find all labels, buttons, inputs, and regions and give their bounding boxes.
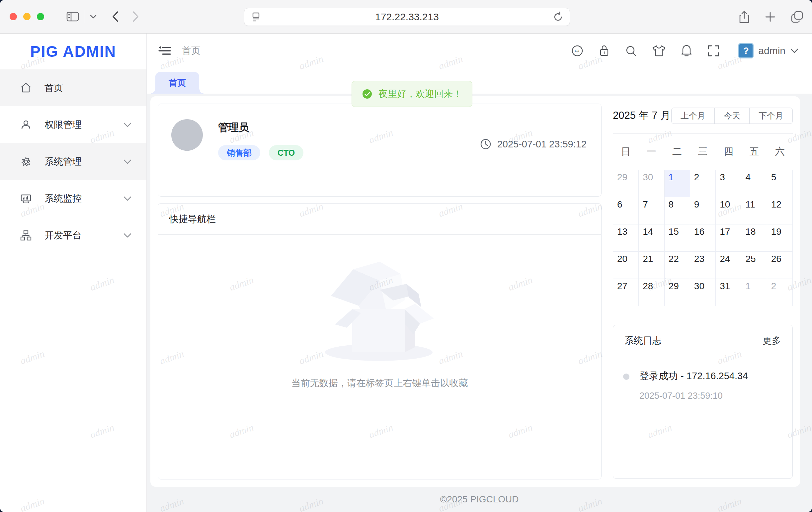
- system-log-title: 系统日志: [625, 334, 662, 347]
- new-tab-button[interactable]: [765, 11, 776, 22]
- lock-icon[interactable]: [598, 44, 610, 57]
- weekday-label: 一: [638, 145, 664, 159]
- empty-box-illustration: [322, 253, 438, 363]
- welcome-toast: 夜里好，欢迎回来！: [352, 81, 472, 107]
- address-bar[interactable]: 172.22.33.213: [244, 8, 570, 26]
- calendar-day-cell[interactable]: 17: [716, 224, 741, 252]
- calendar-day-cell[interactable]: 9: [690, 197, 716, 224]
- sidebar-menu-item[interactable]: 开发平台: [0, 217, 146, 254]
- language-icon[interactable]: 中: [571, 45, 584, 57]
- calendar-day-cell[interactable]: 24: [716, 252, 741, 279]
- menu-item-icon: [20, 82, 32, 94]
- menu-item-icon: [20, 156, 32, 168]
- back-button[interactable]: [112, 11, 119, 23]
- calendar-day-cell[interactable]: 31: [716, 279, 741, 306]
- copyright-footer: ©2025 PIGCLOUD: [147, 487, 812, 512]
- sidebar-menu-item[interactable]: 首页: [0, 69, 146, 106]
- calendar-day-cell[interactable]: 1: [665, 170, 690, 197]
- weekday-label: 二: [664, 145, 690, 159]
- log-dot-icon: [623, 373, 630, 380]
- profile-avatar: [171, 119, 203, 151]
- calendar-day-cell[interactable]: 11: [741, 197, 767, 224]
- calendar-day-cell[interactable]: 29: [665, 279, 690, 306]
- browser-sidebar-toggle[interactable]: [66, 11, 79, 22]
- chevron-down-icon: [123, 196, 132, 201]
- calendar-day-cell[interactable]: 13: [613, 224, 639, 252]
- calendar-day-cell[interactable]: 20: [613, 252, 639, 279]
- share-button[interactable]: [739, 10, 750, 24]
- calendar-day-cell[interactable]: 3: [716, 170, 741, 197]
- main-panel: 管理员 销售部 CTO 2025-07-01 23:59:12: [150, 96, 800, 487]
- calendar-day-cell[interactable]: 28: [639, 279, 664, 306]
- calendar-grid: 29 30 1 2 3 4: [613, 170, 793, 306]
- close-window-button[interactable]: [10, 13, 17, 20]
- calendar-day-cell[interactable]: 2: [767, 279, 793, 306]
- more-link[interactable]: 更多: [762, 334, 781, 347]
- calendar-day-cell[interactable]: 26: [767, 252, 793, 279]
- calendar-day-cell[interactable]: 19: [767, 224, 793, 252]
- profile-card: 管理员 销售部 CTO 2025-07-01 23:59:12: [158, 104, 602, 197]
- calendar-day-cell[interactable]: 27: [613, 279, 639, 306]
- url-text[interactable]: 172.22.33.213: [262, 11, 552, 23]
- calendar-day-cell[interactable]: 8: [665, 197, 690, 224]
- main-area: 首页 中: [147, 33, 812, 512]
- chevron-down-icon: [123, 233, 132, 238]
- bell-icon[interactable]: [680, 44, 693, 57]
- calendar-day-cell[interactable]: 4: [741, 170, 767, 197]
- menu-item-icon: [20, 229, 32, 241]
- username: admin: [758, 45, 785, 56]
- breadcrumb: 首页: [182, 45, 201, 57]
- calendar-day-cell[interactable]: 6: [613, 197, 639, 224]
- menu-item-label: 首页: [45, 82, 132, 94]
- calendar-day-cell[interactable]: 23: [690, 252, 716, 279]
- tab-overview-button[interactable]: [791, 11, 803, 23]
- app-root: PIG ADMIN 首页: [0, 33, 812, 512]
- zoom-window-button[interactable]: [37, 13, 44, 20]
- calendar-title: 2025 年 7 月: [613, 109, 671, 122]
- sidebar-menu-item[interactable]: 权限管理: [0, 106, 146, 143]
- reader-view-icon[interactable]: [250, 11, 262, 23]
- fullscreen-icon[interactable]: [707, 45, 720, 57]
- calendar-day-cell[interactable]: 2: [690, 170, 716, 197]
- next-month-button[interactable]: 下个月: [749, 108, 793, 124]
- calendar-day-cell[interactable]: 29: [613, 170, 639, 197]
- menu-item-label: 系统监控: [45, 192, 123, 205]
- calendar-day-cell[interactable]: 10: [716, 197, 741, 224]
- sidebar-menu-item[interactable]: 系统监控: [0, 180, 146, 217]
- prev-month-button[interactable]: 上个月: [671, 108, 715, 124]
- user-menu[interactable]: ? admin: [738, 43, 799, 58]
- department-tag: 销售部: [218, 145, 260, 160]
- calendar-day-cell[interactable]: 16: [690, 224, 716, 252]
- log-text: 登录成功 - 172.16.254.34: [639, 370, 748, 383]
- search-icon[interactable]: [625, 45, 637, 57]
- calendar-day-cell[interactable]: 5: [767, 170, 793, 197]
- empty-state-text: 当前无数据，请在标签页上右键单击以收藏: [291, 377, 468, 390]
- minimize-window-button[interactable]: [23, 13, 31, 20]
- calendar-day-cell[interactable]: 15: [665, 224, 690, 252]
- calendar-day-cell[interactable]: 22: [665, 252, 690, 279]
- calendar-day-cell[interactable]: 25: [741, 252, 767, 279]
- sidebar-dropdown-chevron[interactable]: [90, 14, 97, 19]
- forward-button[interactable]: [132, 11, 139, 23]
- weekday-row: 日一二三四五六: [613, 134, 793, 170]
- today-button[interactable]: 今天: [715, 108, 750, 124]
- clock-icon: [480, 139, 491, 150]
- tab-home[interactable]: 首页: [155, 72, 199, 94]
- calendar-day-cell[interactable]: 1: [741, 279, 767, 306]
- top-navbar: 首页 中: [147, 33, 812, 68]
- sidebar-menu-item[interactable]: 系统管理: [0, 143, 146, 180]
- collapse-sidebar-button[interactable]: [158, 45, 171, 56]
- calendar-day-cell[interactable]: 18: [741, 224, 767, 252]
- calendar-day-cell[interactable]: 30: [639, 170, 664, 197]
- calendar-day-cell[interactable]: 7: [639, 197, 664, 224]
- calendar-day-cell[interactable]: 30: [690, 279, 716, 306]
- theme-icon[interactable]: [652, 45, 666, 57]
- reload-icon[interactable]: [552, 11, 564, 23]
- menu-item-icon: [20, 119, 32, 131]
- chevron-down-icon: [123, 159, 132, 164]
- calendar-header: 2025 年 7 月 上个月 今天 下个月: [613, 104, 793, 127]
- calendar-day-cell[interactable]: 21: [639, 252, 664, 279]
- calendar-day-cell[interactable]: 14: [639, 224, 664, 252]
- chevron-down-icon: [123, 122, 132, 127]
- calendar-day-cell[interactable]: 12: [767, 197, 793, 224]
